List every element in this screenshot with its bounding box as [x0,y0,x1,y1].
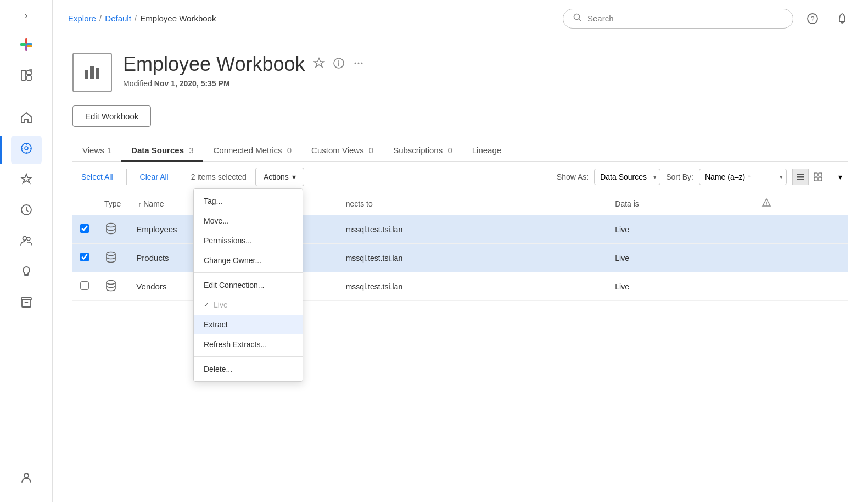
data-sources-table: Type ↑ Name nects to Data is [72,192,848,301]
row-checkbox-vendors[interactable] [80,281,89,290]
svg-point-45 [766,205,768,206]
modified-date: Nov 1, 2020, 5:35 PM [154,79,230,88]
dropdown-item-refresh-extracts[interactable]: Refresh Extracts... [194,334,303,354]
row-checkbox-cell-employees[interactable] [72,215,97,244]
row-checkbox-cell-products[interactable] [72,244,97,272]
datasource-type-icon [104,285,117,294]
th-data-is: Data is [607,192,754,215]
breadcrumb-explore[interactable]: Explore [68,14,96,23]
search-bar[interactable] [563,9,793,29]
tab-subscriptions[interactable]: Subscriptions 0 [383,140,462,162]
clear-all-button[interactable]: Clear All [131,168,177,186]
th-warning [754,192,848,215]
show-as-label: Show As: [557,172,589,181]
svg-rect-2 [25,38,27,44]
sidebar-item-users[interactable] [11,228,42,256]
sidebar-item-recents[interactable] [11,197,42,226]
tab-custom-views[interactable]: Custom Views 0 [301,140,383,162]
table-row: Vendors mssql.test.tsi.lan Live [72,272,848,301]
dropdown-item-delete[interactable]: Delete... [194,359,303,379]
tab-data-sources[interactable]: Data Sources 3 [121,140,203,162]
live-label: Live [214,300,228,309]
row-warning-products [754,244,848,272]
actions-chevron-icon: ▾ [292,172,296,181]
dropdown-item-change-owner[interactable]: Change Owner... [194,250,303,270]
row-datais-products: Live [607,244,754,272]
actions-dropdown-menu: Tag... Move... Permissions... Change Own… [193,188,303,382]
favorite-star-button[interactable] [313,57,325,72]
archive-icon [20,296,32,311]
sidebar-item-discover[interactable] [11,136,42,164]
tab-views[interactable]: Views1 [72,140,121,162]
breadcrumb-sep-1: / [99,14,102,24]
toolbar-divider-2 [182,169,182,185]
search-icon [573,13,582,24]
dropdown-item-move[interactable]: Move... [194,211,303,231]
edit-workbook-button[interactable]: Edit Workbook [72,105,151,127]
change-owner-label: Change Owner... [204,256,261,265]
dropdown-item-permissions[interactable]: Permissions... [194,231,303,250]
th-checkbox [72,192,97,215]
grid-view-button[interactable] [810,169,826,185]
sidebar-item-home[interactable] [11,105,42,133]
dropdown-item-tag[interactable]: Tag... [194,191,303,211]
svg-point-47 [107,252,115,256]
more-options-button[interactable] [352,57,365,72]
sidebar-toggle-button[interactable]: › [16,5,36,25]
more-view-button[interactable]: ▾ [832,169,848,185]
actions-dropdown-button[interactable]: Actions ▾ [255,168,304,186]
svg-point-36 [361,62,362,64]
breadcrumb-default[interactable]: Default [105,14,131,23]
show-as-select[interactable]: Data Sources [594,169,660,185]
dropdown-item-extract[interactable]: Extract [194,315,303,334]
tab-lineage[interactable]: Lineage [462,140,511,162]
edit-connection-label: Edit Connection... [204,281,265,289]
svg-point-46 [107,224,115,227]
datasource-type-icon [104,256,117,265]
dropdown-item-edit-connection[interactable]: Edit Connection... [194,275,303,295]
svg-rect-42 [814,177,817,181]
svg-rect-30 [96,68,99,79]
tab-connected-metrics[interactable]: Connected Metrics 0 [203,140,301,162]
sidebar-item-recommendations[interactable] [11,259,42,287]
sidebar-item-profile[interactable] [11,465,42,493]
info-button[interactable] [333,57,345,72]
help-button[interactable]: ? [802,8,823,29]
sort-by-select[interactable]: Name (a–z) ↑ [699,169,787,185]
sidebar: › [0,0,53,502]
row-datais-vendors: Live [607,272,754,301]
list-view-button[interactable] [792,169,809,185]
th-type: Type [97,192,128,215]
refresh-extracts-label: Refresh Extracts... [204,340,267,349]
select-all-button[interactable]: Select All [72,168,122,186]
svg-rect-41 [819,173,822,176]
row-checkbox-cell-vendors[interactable] [72,272,97,301]
sidebar-item-favorites[interactable] [11,166,42,195]
row-checkbox-products[interactable] [80,253,89,261]
sidebar-item-logo[interactable] [11,32,42,60]
row-connects-products: mssql.test.tsi.lan [338,244,608,272]
row-checkbox-employees[interactable] [80,224,89,233]
move-label: Move... [204,216,229,225]
search-input[interactable] [587,14,783,23]
workbook-modified: Modified Nov 1, 2020, 5:35 PM [123,79,365,88]
svg-point-11 [25,147,28,150]
sidebar-item-layout[interactable] [11,63,42,91]
colorful-logo-icon [19,37,33,55]
notification-bell-button[interactable] [832,8,853,29]
svg-rect-6 [21,70,26,80]
sidebar-item-archive[interactable] [11,289,42,318]
svg-rect-38 [797,176,804,178]
live-check-icon: ✓ [204,301,209,309]
workbook-title: Employee Workbook [123,53,305,76]
dropdown-item-live: ✓ Live [194,295,303,315]
breadcrumb: Explore / Default / Employee Workbook [68,14,554,24]
svg-rect-8 [27,76,31,80]
selected-count-label: 2 items selected [187,172,251,181]
sidebar-divider-1 [10,98,42,98]
table-row: Products mssql.test.tsi.lan Live [72,244,848,272]
svg-point-22 [24,473,29,478]
svg-line-24 [579,19,581,21]
workbook-header: Employee Workbook [72,53,848,92]
workbook-title-row: Employee Workbook [123,53,365,76]
